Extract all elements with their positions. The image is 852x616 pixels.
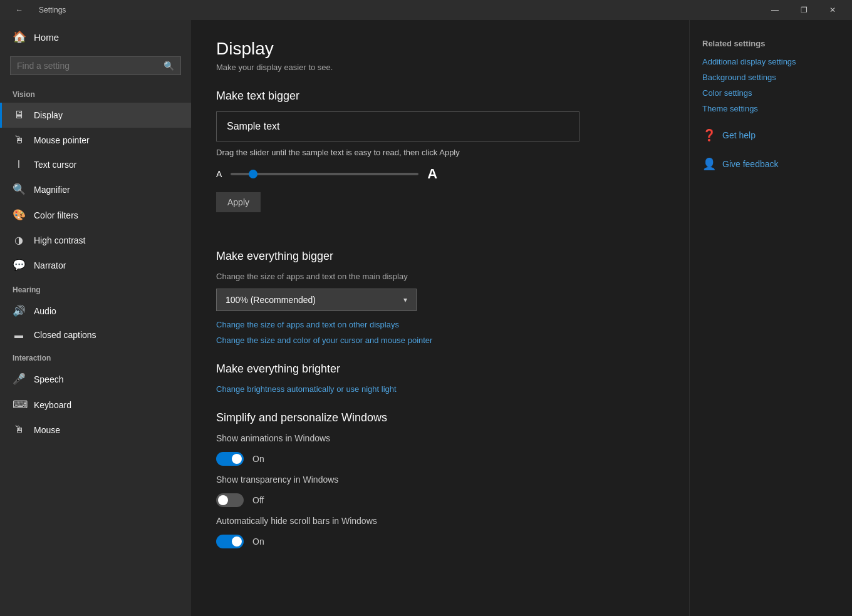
get-help-row[interactable]: ❓ Get help [702, 128, 839, 142]
maximize-button[interactable]: ❐ [789, 0, 818, 20]
magnifier-icon: 🔍 [13, 183, 25, 196]
color-filters-icon: 🎨 [13, 208, 25, 222]
right-panel: Related settings Additional display sett… [689, 20, 852, 616]
minimize-button[interactable]: — [761, 0, 789, 20]
sidebar-item-high-contrast[interactable]: ◑ High contrast [0, 228, 191, 252]
background-settings-link[interactable]: Background settings [702, 73, 839, 82]
back-button[interactable]: ← [5, 0, 34, 20]
display-icon: 🖥 [13, 109, 25, 121]
speech-icon: 🎤 [13, 372, 25, 386]
sidebar-item-home[interactable]: 🏠 Home [0, 20, 191, 54]
apply-button[interactable]: Apply [216, 192, 261, 212]
sidebar-item-text-cursor[interactable]: I Text cursor [0, 153, 191, 177]
other-displays-link[interactable]: Change the size of apps and text on othe… [216, 320, 664, 329]
scrollbars-group: Automatically hide scroll bars in Window… [216, 516, 664, 548]
everything-bigger-desc: Change the size of apps and text on the … [216, 272, 664, 281]
home-label: Home [34, 32, 59, 43]
hearing-section-title: Hearing [0, 278, 191, 298]
sidebar-item-mouse[interactable]: 🖱 Mouse [0, 418, 191, 443]
search-input[interactable] [17, 61, 158, 71]
content-area: Display Make your display easier to see.… [191, 20, 689, 616]
search-box: 🔍 [10, 56, 181, 75]
sidebar-item-color-filters-label: Color filters [34, 210, 78, 220]
vision-section-title: Vision [0, 83, 191, 103]
titlebar: ← Settings — ❐ ✕ [0, 0, 852, 20]
text-size-slider[interactable] [231, 173, 418, 175]
titlebar-title: Settings [39, 6, 66, 14]
animations-toggle-state-row: On [216, 452, 664, 466]
brighter-section: Make everything brighter Change brightne… [216, 362, 664, 394]
sidebar-item-narrator[interactable]: 💬 Narrator [0, 252, 191, 278]
animations-toggle-row: Show animations in Windows [216, 433, 664, 446]
brightness-link[interactable]: Change brightness automatically or use n… [216, 384, 664, 394]
simplify-section: Simplify and personalize Windows Show an… [216, 411, 664, 548]
sidebar-item-speech-label: Speech [34, 374, 63, 384]
close-button[interactable]: ✕ [818, 0, 847, 20]
dropdown-value: 100% (Recommended) [226, 295, 316, 305]
sidebar-item-keyboard[interactable]: ⌨ Keyboard [0, 392, 191, 418]
sidebar-item-mouse-pointer[interactable]: 🖱 Mouse pointer [0, 128, 191, 153]
animations-toggle-state: On [252, 454, 264, 464]
slider-row: A A [216, 166, 664, 182]
mouse-icon: 🖱 [13, 424, 25, 436]
transparency-toggle-state: Off [252, 495, 264, 505]
theme-settings-link[interactable]: Theme settings [702, 104, 839, 113]
slider-instruction: Drag the slider until the sample text is… [216, 148, 664, 157]
transparency-group: Show transparency in Windows Off [216, 475, 664, 507]
sidebar-item-closed-captions[interactable]: ▬ Closed captions [0, 324, 191, 346]
animations-toggle[interactable] [216, 452, 244, 466]
home-icon: 🏠 [13, 30, 26, 44]
chevron-down-icon: ▾ [403, 295, 407, 304]
brighter-title: Make everything brighter [216, 362, 664, 376]
search-icon: 🔍 [164, 61, 174, 71]
animations-label: Show animations in Windows [216, 433, 330, 443]
additional-display-link[interactable]: Additional display settings [702, 57, 839, 66]
cursor-link[interactable]: Change the size and color of your cursor… [216, 336, 664, 345]
everything-bigger-section: Make everything bigger Change the size o… [216, 250, 664, 345]
feedback-icon: 👤 [702, 157, 716, 171]
text-bigger-title: Make text bigger [216, 90, 664, 103]
sidebar-item-speech[interactable]: 🎤 Speech [0, 366, 191, 392]
sidebar-item-magnifier[interactable]: 🔍 Magnifier [0, 177, 191, 202]
slider-label-large: A [427, 166, 437, 182]
interaction-section-title: Interaction [0, 346, 191, 366]
closed-captions-icon: ▬ [13, 330, 25, 340]
sidebar-item-audio[interactable]: 🔊 Audio [0, 298, 191, 324]
get-help-label: Get help [722, 130, 756, 140]
size-dropdown[interactable]: 100% (Recommended) ▾ [216, 289, 417, 311]
scrollbars-toggle-row: Automatically hide scroll bars in Window… [216, 516, 664, 528]
sample-text-box: Sample text [216, 111, 579, 141]
give-feedback-label: Give feedback [722, 159, 779, 169]
sidebar-item-display-label: Display [34, 110, 63, 120]
transparency-label: Show transparency in Windows [216, 475, 338, 485]
titlebar-controls: — ❐ ✕ [761, 0, 847, 20]
text-bigger-section: Make text bigger Sample text Drag the sl… [216, 90, 664, 232]
sidebar: 🏠 Home 🔍 Vision 🖥 Display 🖱 Mouse pointe… [0, 20, 191, 616]
sidebar-item-color-filters[interactable]: 🎨 Color filters [0, 202, 191, 228]
slider-label-small: A [216, 169, 222, 179]
high-contrast-icon: ◑ [13, 234, 25, 246]
text-cursor-icon: I [13, 159, 25, 170]
related-settings-title: Related settings [702, 39, 839, 48]
sidebar-item-closed-captions-label: Closed captions [34, 330, 96, 340]
sidebar-item-narrator-label: Narrator [34, 260, 66, 270]
color-settings-link[interactable]: Color settings [702, 88, 839, 98]
sidebar-item-high-contrast-label: High contrast [34, 235, 85, 245]
scrollbars-toggle-knob [232, 536, 242, 547]
scrollbars-toggle[interactable] [216, 535, 244, 548]
sidebar-item-audio-label: Audio [34, 306, 56, 316]
transparency-toggle-knob [218, 495, 228, 505]
titlebar-left: ← Settings [5, 0, 66, 20]
give-feedback-row[interactable]: 👤 Give feedback [702, 157, 839, 171]
animations-toggle-knob [232, 454, 242, 464]
everything-bigger-title: Make everything bigger [216, 250, 664, 263]
sidebar-item-display[interactable]: 🖥 Display [0, 103, 191, 128]
sidebar-item-mouse-label: Mouse [34, 425, 60, 435]
help-icon: ❓ [702, 128, 716, 142]
mouse-pointer-icon: 🖱 [13, 134, 25, 146]
sidebar-item-keyboard-label: Keyboard [34, 400, 71, 410]
transparency-toggle-state-row: Off [216, 493, 664, 507]
main-layout: 🏠 Home 🔍 Vision 🖥 Display 🖱 Mouse pointe… [0, 20, 852, 616]
transparency-toggle[interactable] [216, 493, 244, 507]
page-subtitle: Make your display easier to see. [216, 63, 664, 72]
